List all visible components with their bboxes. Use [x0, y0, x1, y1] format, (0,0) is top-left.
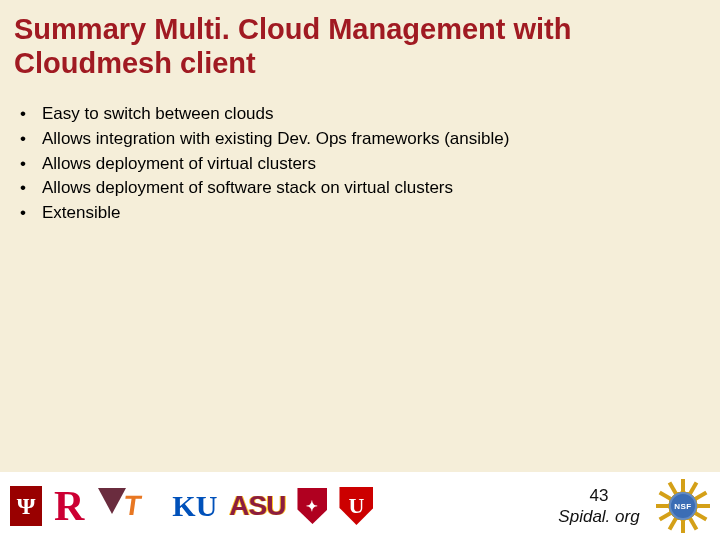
bullet-item: Extensible	[20, 201, 706, 226]
virginia-tech-logo-icon: T	[96, 486, 160, 526]
vt-t-icon: T	[122, 490, 144, 522]
bullet-item: Easy to switch between clouds	[20, 102, 706, 127]
nsf-globe-icon: NSF	[669, 492, 697, 520]
bullet-item: Allows deployment of software stack on v…	[20, 176, 706, 201]
utah-logo-icon: U	[339, 487, 373, 525]
bullet-list: Easy to switch between clouds Allows int…	[14, 102, 706, 225]
ku-logo-icon: KU	[172, 489, 217, 523]
site-label: Spidal. org	[554, 506, 644, 527]
page-number: 43	[554, 485, 644, 506]
asu-logo-icon: ASU	[229, 490, 285, 522]
vt-v-icon	[98, 488, 126, 514]
shield-icon: ✦	[297, 488, 327, 524]
slide-title: Summary Multi. Cloud Management with Clo…	[14, 12, 706, 80]
iu-trident-icon: Ψ	[10, 486, 42, 526]
utah-u-icon: U	[339, 487, 373, 525]
stonybrook-logo-icon: ✦	[297, 488, 327, 524]
bullet-item: Allows deployment of virtual clusters	[20, 152, 706, 177]
bullet-item: Allows integration with existing Dev. Op…	[20, 127, 706, 152]
footer-bar: Ψ R T KU ASU ✦ U 43 Spidal. org	[0, 472, 720, 540]
page-meta: 43 Spidal. org	[554, 485, 644, 528]
slide: Summary Multi. Cloud Management with Clo…	[0, 0, 720, 540]
nsf-logo-icon: NSF	[656, 479, 710, 533]
rutgers-logo-icon: R	[54, 485, 84, 527]
iu-logo-icon: Ψ	[10, 486, 42, 526]
